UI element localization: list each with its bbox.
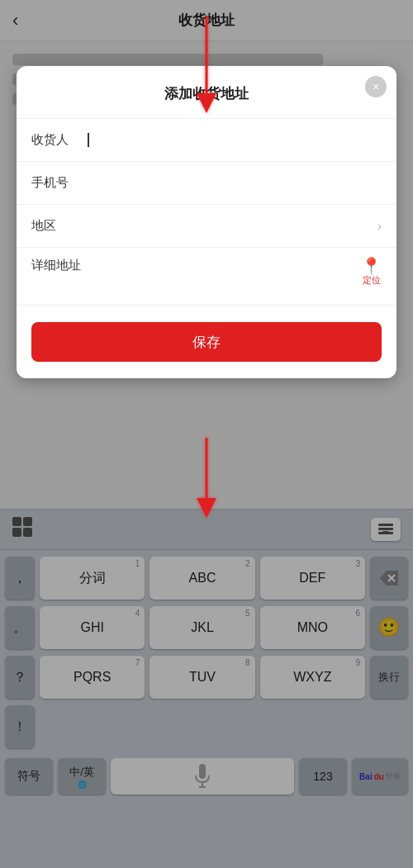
add-address-modal: 添加收货地址 × 收货人 手机号 地区 › 详细地址 📍 定位 保存 bbox=[17, 66, 396, 378]
modal-close-button[interactable]: × bbox=[365, 76, 387, 97]
phone-input[interactable] bbox=[88, 176, 382, 190]
recipient-input[interactable] bbox=[88, 133, 382, 147]
address-field-row: 详细地址 📍 定位 bbox=[17, 248, 396, 306]
location-label: 定位 bbox=[363, 274, 381, 287]
phone-field-row: 手机号 bbox=[17, 162, 396, 205]
location-icon: 📍 bbox=[361, 258, 382, 274]
address-input[interactable] bbox=[88, 258, 361, 295]
recipient-field-row: 收货人 bbox=[17, 119, 396, 162]
phone-label: 手机号 bbox=[31, 175, 88, 191]
region-input[interactable] bbox=[88, 219, 377, 233]
region-field-row: 地区 › bbox=[17, 205, 396, 248]
region-chevron-icon: › bbox=[377, 219, 382, 234]
location-button[interactable]: 📍 定位 bbox=[361, 258, 382, 287]
save-button[interactable]: 保存 bbox=[31, 322, 382, 362]
modal-title: 添加收货地址 bbox=[17, 66, 396, 119]
address-label: 详细地址 bbox=[31, 258, 88, 273]
region-label: 地区 bbox=[31, 218, 88, 234]
recipient-label: 收货人 bbox=[31, 132, 88, 148]
